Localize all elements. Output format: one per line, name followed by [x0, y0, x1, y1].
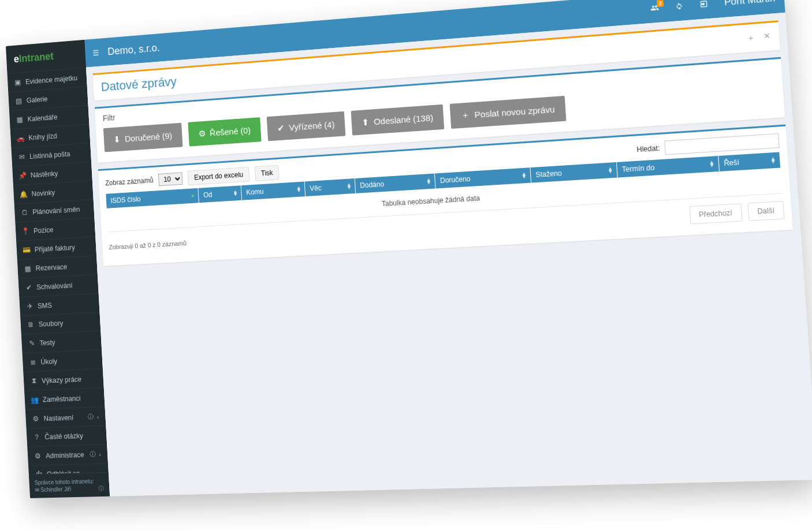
col-label: Staženo — [535, 169, 562, 179]
tab-4[interactable]: ＋Poslat novou zprávu — [450, 96, 567, 129]
col-label: Termín do — [622, 163, 655, 174]
tab-2[interactable]: ✔Vyřízené (4) — [266, 111, 345, 141]
logout-icon[interactable] — [699, 0, 709, 9]
power-icon: ⏻ — [35, 471, 43, 474]
col-label: Řeší — [724, 158, 740, 167]
sidebar-item-label: Knihy jízd — [28, 132, 57, 141]
sort-icon: ▲▼ — [770, 157, 777, 164]
col-label: Věc — [310, 184, 322, 193]
col-label: Dodáno — [360, 180, 384, 189]
sidebar-item-20[interactable]: ⚙Administraceⓘ‹ — [27, 444, 108, 465]
prev-button[interactable]: Předchozí — [689, 203, 742, 224]
sidebar-item-label: Úkoly — [40, 357, 57, 366]
sidebar-item-18[interactable]: ⚙Nastaveníⓘ‹ — [25, 406, 106, 428]
check-icon: ✔ — [277, 122, 285, 133]
next-button[interactable]: Další — [747, 201, 785, 221]
tab-1[interactable]: ⚙Řešené (0) — [188, 117, 261, 147]
menu-toggle[interactable]: ☰ — [92, 48, 99, 57]
sidebar-item-label: Rezervace — [35, 263, 67, 272]
tab-label: Vyřízené (4) — [289, 120, 335, 132]
tab-3[interactable]: ⬆Odeslané (138) — [351, 104, 444, 136]
sidebar-item-label: Evidence majetku — [25, 74, 78, 85]
check-icon: ✔ — [25, 283, 32, 292]
print-button[interactable]: Tisk — [254, 165, 279, 181]
sort-icon: ▲▼ — [608, 167, 613, 174]
calendar-icon: ▦ — [16, 115, 23, 124]
pencil-icon: ✎ — [28, 339, 36, 348]
sidebar-item-label: Listinná pošta — [29, 150, 70, 160]
tab-label: Doručené (9) — [125, 130, 173, 143]
file-icon: 🗎 — [27, 320, 35, 329]
col-3[interactable]: Věc▲▼ — [304, 178, 355, 196]
sidebar-item-label: Administrace — [46, 451, 84, 460]
box-icon: ▣ — [14, 78, 21, 87]
sidebar-item-label: Pozice — [33, 226, 54, 234]
sidebar-item-label: Kalendáře — [27, 113, 58, 123]
sort-icon: ▲▼ — [296, 186, 301, 192]
clip-icon: 🗒 — [21, 208, 28, 217]
sidebar-item-16[interactable]: ⧗Výkazy práce — [23, 368, 103, 390]
sort-icon: ▲▼ — [233, 190, 238, 196]
sidebar-item-label: Soubory — [39, 319, 64, 328]
notif-badge: 2 — [657, 0, 664, 7]
tab-0[interactable]: ⬇Doručené (9) — [103, 123, 182, 152]
sidebar-footer: Správce tohoto intranetu: ✉ Schindler Ji… — [29, 472, 110, 498]
sidebar-item-19[interactable]: ?Časté otázky — [27, 426, 107, 446]
down-icon: ⬇ — [113, 134, 121, 144]
sort-icon: ▲▼ — [347, 183, 352, 189]
logo-name: Intranet — [18, 50, 54, 65]
export-button[interactable]: Export do excelu — [188, 167, 249, 185]
footer-title: Správce tohoto intranetu: — [34, 477, 103, 487]
main: Datové zprávy ＋ ✕ Filtr ⬇Doručené (9)⚙Ře… — [86, 13, 812, 497]
col-label: Komu — [246, 188, 264, 197]
sidebar-item-label: Výkazy práce — [42, 375, 82, 385]
list-icon: ≣ — [29, 358, 37, 367]
clock-icon: ⧗ — [30, 376, 38, 385]
sidebar-item-label: Nastavení — [43, 413, 73, 422]
sort-icon: ▲▼ — [709, 161, 714, 167]
sidebar-item-label: Zaměstnanci — [43, 394, 81, 404]
info-icon: ⓘ — [90, 450, 96, 459]
tab-label: Odeslané (138) — [374, 113, 434, 126]
gears-icon: ⚙ — [34, 451, 42, 460]
sidebar-item-label: Plánování směn — [32, 206, 80, 216]
tab-label: Poslat novou zprávu — [474, 104, 555, 120]
sidebar-item-17[interactable]: 👥Zaměstnanci — [24, 387, 105, 409]
question-icon: ? — [33, 433, 40, 441]
car-icon: 🚗 — [17, 134, 24, 143]
search-input[interactable] — [664, 133, 780, 155]
panel-close-icon[interactable]: ✕ — [763, 31, 771, 43]
card-icon: 💳 — [23, 245, 31, 254]
refresh-icon[interactable] — [675, 2, 684, 11]
gears-icon: ⚙ — [32, 415, 40, 423]
sidebar-item-label: Časté otázky — [44, 432, 83, 441]
panel-add-icon[interactable]: ＋ — [746, 32, 755, 44]
users-notif-icon[interactable]: 2 — [650, 3, 660, 13]
info-icon: ⓘ — [98, 484, 104, 492]
col-label: Od — [203, 191, 213, 199]
mail-icon: ✉ — [18, 152, 25, 161]
sidebar-item-label: SMS — [38, 301, 52, 310]
length-label: Zobraz záznamů — [105, 176, 154, 187]
sort-icon: ▲▼ — [522, 172, 527, 178]
tab-label: Řešené (0) — [210, 125, 251, 137]
sidebar-item-15[interactable]: ≣Úkoly — [23, 349, 103, 371]
marker-icon: 📍 — [22, 227, 29, 236]
calendar-icon: ▦ — [24, 264, 31, 273]
length-select[interactable]: 10 — [158, 172, 183, 186]
company-name: Demo, s.r.o. — [107, 42, 160, 57]
sort-icon: ▲▼ — [426, 178, 432, 184]
chevron-left-icon: ‹ — [97, 413, 99, 420]
col-1[interactable]: Od▲▼ — [198, 185, 242, 203]
sidebar-item-label: Galerie — [27, 95, 48, 104]
sidebar-item-label: Nástěnky — [31, 169, 58, 178]
page-title: Datové zprávy — [100, 74, 177, 95]
col-label: ISDS číslo — [110, 195, 141, 205]
user-name[interactable]: Pont Martin — [724, 0, 776, 8]
users-icon: 👥 — [31, 395, 39, 404]
table-info: Zobrazuji 0 až 0 z 0 záznamů — [109, 240, 187, 251]
col-label: Doručeno — [440, 175, 471, 185]
sidebar-item-label: Schvalování — [36, 281, 73, 291]
image-icon: ▧ — [15, 96, 23, 105]
info-icon: ⓘ — [88, 413, 94, 421]
